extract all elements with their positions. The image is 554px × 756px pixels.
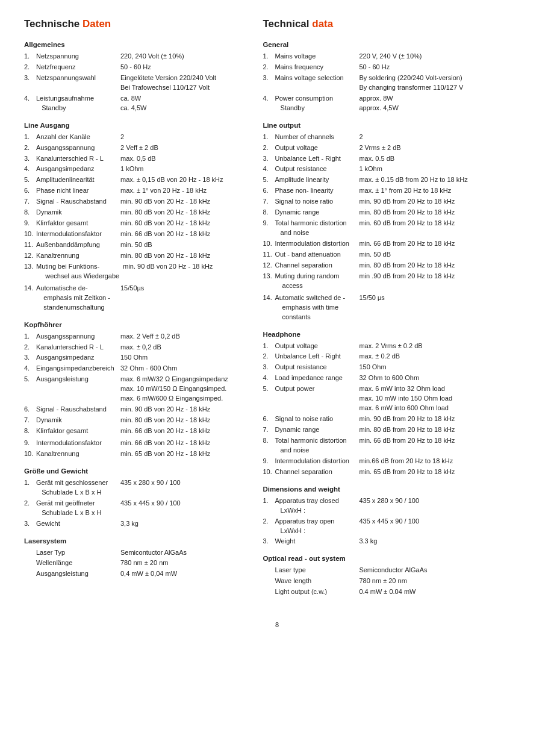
dimensions-weight-list: 1. Apparatus tray closed LxWxH : 435 x 2… [263, 496, 530, 547]
line-ausgang-list: 1. Anzahl der Kanäle 2 2. Ausgangsspannu… [24, 133, 244, 313]
list-item: 4. Ausgangsimpedanz 1 kOhm [24, 164, 244, 174]
list-item: 3. Netzspannungswahl Eingelötete Version… [24, 73, 244, 93]
list-item: 8. Total harmonic distortion and noise m… [263, 436, 530, 455]
list-item: 5. Ausgangsleistung max. 6 mW/32 Ω Einga… [24, 375, 244, 404]
list-item: 10. Intermodulation distortion min. 66 d… [263, 239, 530, 249]
lasersystem-list: Laser Typ Semicontuctor AlGaAs Wellenlän… [24, 548, 244, 579]
section-heading-lasersystem: Lasersystem [24, 537, 244, 545]
right-column: Technical data General 1. Mains voltage … [257, 18, 530, 603]
list-item: 12. Kanaltrennung min. 80 dB von 20 Hz -… [24, 251, 244, 261]
list-item: 3. Weight 3.3 kg [263, 537, 530, 546]
list-item: 9. Intermodulationsfaktor min. 66 dB von… [24, 439, 244, 448]
list-item: 4. Load impedance range 32 Ohm to 600 Oh… [263, 373, 530, 383]
list-item: 7. Dynamic range min. 80 dB from 20 Hz t… [263, 425, 530, 435]
optical-readout-list: Laser type Semiconductor AlGaAs Wave len… [263, 566, 530, 597]
list-item: 5. Amplitudenlinearität max. ± 0,15 dB v… [24, 175, 244, 185]
list-item: 8. Dynamic range min. 80 dB from 20 Hz t… [263, 208, 530, 217]
list-item: 2. Apparatus tray open LxWxH : 435 x 445… [263, 517, 530, 536]
list-item: 4. Power consumption Standby approx. 8Wa… [263, 94, 530, 113]
section-heading-line-output: Line output [263, 122, 530, 129]
list-item: 13. Muting bei Funktions- wechsel aus Wi… [24, 262, 244, 281]
section-heading-dimensions-weight: Dimensions and weight [263, 486, 530, 493]
section-heading-grosse-gewicht: Größe und Gewicht [24, 467, 244, 475]
section-heading-general: General [263, 41, 530, 48]
list-item: 1. Number of channels 2 [263, 133, 530, 142]
list-item: 12. Channel separation min. 80 dB from 2… [263, 261, 530, 270]
line-output-list: 1. Number of channels 2 2. Output voltag… [263, 133, 530, 322]
section-optical-readout: Optical read - out system Laser type Sem… [263, 555, 530, 597]
list-item: 1. Ausgangsspannung max. 2 Veff ± 0,2 dB [24, 332, 244, 342]
section-kopfhohrer: Kopfhöhrer 1. Ausgangsspannung max. 2 Ve… [24, 321, 244, 459]
list-item: Wave length 780 nm ± 20 nm [263, 576, 530, 586]
list-item: 2. Mains frequency 50 - 60 Hz [263, 63, 530, 72]
list-item: 6. Signal - Rauschabstand min. 90 dB von… [24, 405, 244, 414]
list-item: 2. Kanalunterschied R - L max. ± 0,2 dB [24, 343, 244, 352]
list-item: 14. Automatic switched de - emphasis wit… [263, 293, 530, 322]
list-item: 11. Out - band attenuation min. 50 dB [263, 250, 530, 260]
list-item: 3. Unbalance Left - Right max. 0.5 dB [263, 154, 530, 164]
list-item: 10. Kanaltrennung min. 65 dB von 20 Hz -… [24, 449, 244, 459]
list-item: 10. Channel separation min. 65 dB from 2… [263, 467, 530, 477]
list-item: 2. Unbalance Left - Right max. ± 0.2 dB [263, 352, 530, 361]
list-item: 1. Apparatus tray closed LxWxH : 435 x 2… [263, 496, 530, 516]
list-item: 1. Netzspannung 220, 240 Volt (± 10%) [24, 52, 244, 61]
section-grosse-gewicht: Größe und Gewicht 1. Gerät mit geschloss… [24, 467, 244, 529]
list-item: 3. Output resistance 150 Ohm [263, 363, 530, 372]
list-item: Laser Typ Semicontuctor AlGaAs [24, 548, 244, 558]
list-item: 8. Dynamik min. 80 dB von 20 Hz - 18 kHz [24, 208, 244, 217]
left-title: Technische Daten [24, 18, 244, 30]
page-number: 8 [24, 621, 530, 628]
list-item: 7. Signal to noise ratio min. 90 dB from… [263, 197, 530, 207]
list-item: 3. Mains voltage selection By soldering … [263, 73, 530, 93]
section-heading-headphone: Headphone [263, 331, 530, 338]
list-item: 9. Total harmonic distortion and noise m… [263, 219, 530, 238]
right-title-highlight: data [312, 18, 333, 30]
list-item: 14. Automatische de- emphasis mit Zeitko… [24, 284, 244, 313]
general-list: 1. Mains voltage 220 V, 240 V (± 10%) 2.… [263, 52, 530, 113]
list-item: Light output (c.w.) 0.4 mW ± 0.04 mW [263, 587, 530, 597]
allgemeines-list: 1. Netzspannung 220, 240 Volt (± 10%) 2.… [24, 52, 244, 113]
list-item: 4. Output resistance 1 kOhm [263, 164, 530, 174]
list-item: 13. Muting during random access min .90 … [263, 272, 530, 291]
list-item: 6. Phase nicht linear max. ± 1° von 20 H… [24, 186, 244, 196]
section-heading-allgemeines: Allgemeines [24, 41, 244, 48]
list-item: 2. Gerät mit geöffneter Schublade L x B … [24, 499, 244, 518]
list-item: Laser type Semiconductor AlGaAs [263, 566, 530, 575]
list-item: 10. Intermodulationsfaktor min. 66 dB vo… [24, 230, 244, 239]
list-item: 1. Gerät mit geschlossener Schublade L x… [24, 478, 244, 498]
section-headphone: Headphone 1. Output voltage max. 2 Vrms … [263, 331, 530, 477]
grosse-gewicht-list: 1. Gerät mit geschlossener Schublade L x… [24, 478, 244, 529]
section-general: General 1. Mains voltage 220 V, 240 V (±… [263, 41, 530, 113]
list-item: 5. Amplitude linearity max. ± 0.15 dB fr… [263, 175, 530, 185]
list-item: 2. Ausgangsspannung 2 Veff ± 2 dB [24, 143, 244, 153]
list-item: 1. Anzahl der Kanäle 2 [24, 133, 244, 142]
section-heading-line-ausgang: Line Ausgang [24, 122, 244, 129]
left-title-highlight: Daten [82, 18, 111, 30]
list-item: 3. Kanalunterschied R - L max. 0,5 dB [24, 154, 244, 164]
left-title-text: Technische [24, 18, 82, 30]
list-item: 3. Gewicht 3,3 kg [24, 519, 244, 529]
list-item: Ausgangsleistung 0,4 mW ± 0,04 mW [24, 569, 244, 579]
list-item: 1. Output voltage max. 2 Vrms ± 0.2 dB [263, 342, 530, 351]
section-dimensions-weight: Dimensions and weight 1. Apparatus tray … [263, 486, 530, 547]
list-item: Wellenlänge 780 nm ± 20 nm [24, 558, 244, 568]
list-item: 2. Output voltage 2 Vrms ± 2 dB [263, 143, 530, 153]
section-allgemeines: Allgemeines 1. Netzspannung 220, 240 Vol… [24, 41, 244, 113]
list-item: 6. Phase non- linearity max. ± 1° from 2… [263, 186, 530, 196]
list-item: 9. Klirrfaktor gesamt min. 60 dB von 20 … [24, 219, 244, 228]
list-item: 2. Netzfrequenz 50 - 60 Hz [24, 63, 244, 72]
headphone-list: 1. Output voltage max. 2 Vrms ± 0.2 dB 2… [263, 342, 530, 477]
list-item: 4. Leistungsaufnahme Standby ca. 8Wca. 4… [24, 94, 244, 113]
list-item: 7. Dynamik min. 80 dB von 20 Hz - 18 kHz [24, 416, 244, 425]
list-item: 11. Außenbanddämpfung min. 50 dB [24, 240, 244, 250]
right-title-text: Technical [263, 18, 312, 30]
list-item: 6. Signal to noise ratio min. 90 dB from… [263, 414, 530, 424]
list-item: 3. Ausgangsimpedanz 150 Ohm [24, 353, 244, 363]
section-heading-optical-readout: Optical read - out system [263, 555, 530, 562]
list-item: 7. Signal - Rauschabstand min. 90 dB von… [24, 197, 244, 207]
page-container: Technische Daten Allgemeines 1. Netzspan… [24, 18, 530, 603]
section-line-ausgang: Line Ausgang 1. Anzahl der Kanäle 2 2. A… [24, 122, 244, 313]
section-heading-kopfhohrer: Kopfhöhrer [24, 321, 244, 328]
kopfhohrer-list: 1. Ausgangsspannung max. 2 Veff ± 0,2 dB… [24, 332, 244, 459]
list-item: 4. Eingangsimpedanzbereich 32 Ohm - 600 … [24, 364, 244, 373]
